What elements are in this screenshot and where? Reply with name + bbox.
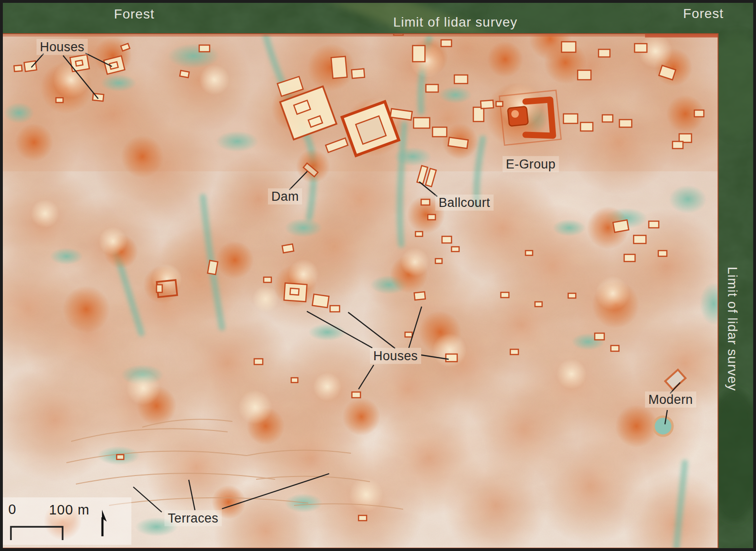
structure — [282, 244, 294, 253]
structure — [75, 60, 83, 66]
limit-of-lidar-survey-label-top: Limit of lidar survey — [390, 14, 521, 31]
structure — [611, 346, 619, 351]
structure — [658, 251, 667, 256]
structure — [254, 359, 263, 364]
structure — [24, 61, 37, 71]
structure — [352, 392, 360, 398]
houses-label-northwest: Houses — [37, 39, 88, 55]
structure — [442, 236, 452, 243]
structure — [452, 247, 459, 252]
structure — [414, 292, 425, 300]
structure — [421, 199, 430, 205]
structure — [694, 110, 704, 117]
structure — [624, 254, 635, 261]
structure — [415, 232, 423, 236]
scale-distance-label: 100 m — [46, 501, 93, 519]
structure — [405, 332, 412, 337]
structure — [208, 261, 218, 275]
e-group-label: E-Group — [503, 156, 559, 172]
modern-pond — [654, 417, 673, 436]
structure — [414, 118, 430, 128]
structure — [673, 141, 683, 149]
structure — [433, 127, 447, 137]
forest-label-right: Forest — [680, 5, 727, 22]
structure — [568, 293, 576, 298]
structure — [428, 215, 435, 220]
modern-label: Modern — [645, 392, 696, 408]
structure — [264, 277, 271, 282]
structure — [634, 235, 646, 243]
dam-label: Dam — [268, 188, 302, 205]
map-artwork — [0, 0, 756, 551]
structure — [619, 120, 632, 127]
structure — [510, 349, 518, 355]
structure — [56, 98, 63, 103]
structure — [446, 354, 457, 362]
structure — [426, 84, 438, 92]
structure — [473, 107, 484, 121]
structure — [290, 288, 299, 295]
structure — [291, 378, 298, 383]
structure — [526, 251, 533, 255]
houses-label-center: Houses — [370, 348, 421, 364]
structure — [496, 102, 503, 106]
structure — [501, 292, 509, 298]
lidar-map — [0, 0, 756, 551]
terraces-label: Terraces — [165, 510, 222, 526]
survey-edge-tint-right — [645, 34, 718, 37]
structure — [649, 221, 659, 228]
structure — [441, 40, 452, 47]
structure — [635, 44, 647, 52]
structure — [535, 302, 542, 307]
structure — [578, 70, 591, 80]
structure — [351, 69, 364, 78]
structure — [581, 122, 593, 131]
structure — [454, 75, 468, 84]
structure — [359, 515, 367, 521]
ballcourt-label: Ballcourt — [435, 195, 494, 211]
structure — [613, 220, 628, 233]
structure — [595, 333, 604, 340]
scale-zero-label: 0 — [5, 501, 19, 518]
structure — [330, 306, 340, 312]
structure — [448, 137, 468, 148]
structure — [480, 100, 493, 109]
limit-of-lidar-survey-label-right: Limit of lidar survey — [724, 263, 741, 394]
structure — [117, 455, 124, 459]
structure — [562, 42, 576, 52]
structure — [14, 65, 22, 71]
structure — [180, 71, 189, 78]
structure — [199, 45, 210, 52]
structure — [331, 56, 347, 78]
forest-label-left: Forest — [111, 6, 157, 23]
structure — [602, 115, 613, 122]
structure — [157, 285, 162, 292]
structure — [413, 46, 425, 62]
lidar-survey-figure: Forest Limit of lidar survey Forest Limi… — [0, 0, 756, 551]
structure — [511, 110, 519, 118]
structure — [563, 114, 578, 123]
structure — [435, 259, 442, 263]
structure — [312, 294, 329, 308]
structure — [599, 49, 610, 57]
